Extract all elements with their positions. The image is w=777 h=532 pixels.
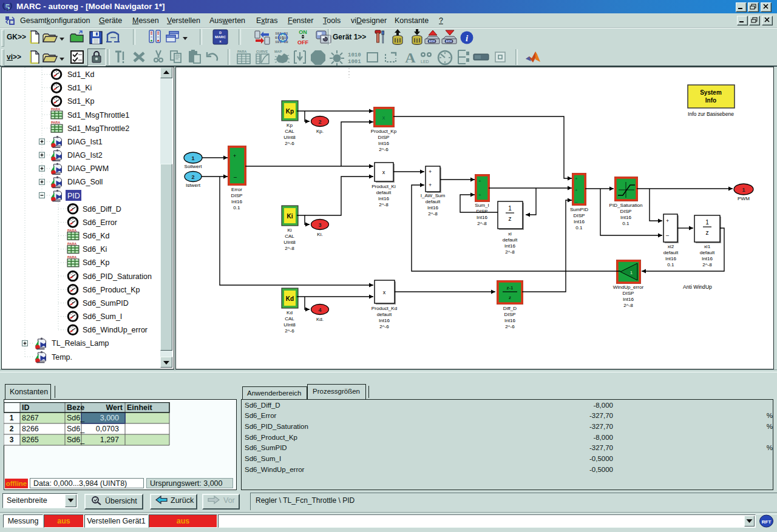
- svg-text:Sd1_MsgThrottle2: Sd1_MsgThrottle2: [67, 124, 129, 133]
- svg-text:Int16: Int16: [427, 205, 439, 210]
- svg-text:Sd6_Diff_D: Sd6_Diff_D: [245, 402, 280, 409]
- svg-text:MARC: MARC: [215, 35, 226, 39]
- svg-text:DIAG_Ist1: DIAG_Ist1: [67, 138, 103, 146]
- svg-text:Sd6_SumPID: Sd6_SumPID: [245, 444, 287, 451]
- svg-text:CAL: CAL: [285, 234, 294, 239]
- svg-text:2^-8: 2^-8: [428, 211, 438, 217]
- svg-text:%: %: [767, 423, 773, 430]
- svg-text:Sd1_MsgThrottle1: Sd1_MsgThrottle1: [67, 111, 129, 120]
- svg-text:Sd1_Kd: Sd1_Kd: [67, 70, 95, 79]
- svg-text:2^-8: 2^-8: [505, 249, 515, 255]
- svg-text:Product_Kp: Product_Kp: [371, 129, 397, 134]
- svg-text:Kp: Kp: [286, 108, 294, 115]
- svg-text:DISP: DISP: [504, 312, 516, 317]
- svg-text:Kd: Kd: [286, 295, 294, 302]
- svg-text:PARA: PARA: [67, 242, 76, 246]
- svg-text:-327,70: -327,70: [589, 444, 613, 451]
- svg-text:3: 3: [10, 436, 14, 444]
- svg-text:–: –: [234, 174, 237, 180]
- svg-text:LED: LED: [421, 59, 429, 64]
- svg-text:Sd6_Product_Kp: Sd6_Product_Kp: [83, 286, 140, 294]
- svg-text:4: 4: [318, 307, 321, 313]
- svg-text:Sd6_: Sd6_: [67, 425, 85, 433]
- svg-text:Sd6_Ki: Sd6_Ki: [83, 245, 107, 254]
- svg-text:Int16: Int16: [231, 199, 243, 204]
- svg-text:Info: Info: [705, 97, 716, 104]
- svg-text:PID_Saturation: PID_Saturation: [609, 203, 643, 208]
- svg-text:0,0703: 0,0703: [96, 425, 119, 433]
- svg-text:+: +: [575, 187, 578, 193]
- svg-text:3,000: 3,000: [100, 414, 119, 422]
- svg-text:DIAG_Ist2: DIAG_Ist2: [67, 151, 103, 160]
- svg-text:Int16: Int16: [378, 196, 390, 201]
- svg-text:+: +: [666, 218, 669, 224]
- svg-text:+: +: [233, 153, 236, 159]
- svg-text:Sd6_Sum_I: Sd6_Sum_I: [83, 312, 122, 321]
- svg-text:ECU: ECU: [429, 40, 435, 43]
- svg-text:ID: ID: [22, 403, 30, 412]
- svg-text:Wert: Wert: [106, 403, 123, 412]
- svg-text:Sd6_WindUp_error: Sd6_WindUp_error: [245, 466, 305, 473]
- svg-text:A: A: [405, 50, 416, 65]
- svg-text:System: System: [700, 89, 722, 96]
- svg-text:Int16: Int16: [702, 256, 713, 261]
- svg-text:xi2: xi2: [668, 244, 674, 249]
- svg-text:8267: 8267: [22, 414, 39, 422]
- svg-text:PARA: PARA: [51, 121, 60, 124]
- svg-text:1: 1: [630, 270, 633, 275]
- svg-text:UInt8: UInt8: [283, 135, 296, 140]
- svg-text:CAL: CAL: [285, 316, 294, 322]
- svg-text:Int16: Int16: [665, 256, 677, 261]
- svg-text:default: default: [377, 312, 392, 317]
- svg-text:2: 2: [10, 425, 14, 433]
- svg-text:Sd6_Error: Sd6_Error: [245, 412, 277, 419]
- svg-text:default: default: [426, 199, 441, 204]
- svg-text:MAP: MAP: [274, 50, 282, 53]
- svg-text:0.1: 0.1: [575, 225, 583, 231]
- svg-text:1,297: 1,297: [100, 436, 119, 444]
- svg-text:TL_Relais_Lamp: TL_Relais_Lamp: [52, 339, 109, 348]
- svg-text:1001: 1001: [348, 59, 361, 65]
- svg-text:Sum_I: Sum_I: [475, 203, 489, 208]
- svg-text:RFT: RFT: [762, 519, 772, 525]
- svg-text:Int16: Int16: [379, 318, 390, 323]
- svg-text:default: default: [663, 250, 679, 255]
- svg-text:Ki: Ki: [287, 227, 291, 233]
- svg-text:8266: 8266: [22, 425, 39, 433]
- svg-text:-0,5000: -0,5000: [589, 466, 613, 473]
- svg-text:Info zur Basisebene: Info zur Basisebene: [688, 111, 734, 117]
- svg-text:Int16: Int16: [574, 219, 585, 224]
- svg-text:PARA: PARA: [237, 50, 246, 53]
- svg-text:SumPID: SumPID: [570, 207, 588, 212]
- svg-text:DISP: DISP: [378, 135, 390, 140]
- svg-text:Sd6_Product_Kp: Sd6_Product_Kp: [245, 434, 297, 441]
- svg-text:Diff_D: Diff_D: [503, 306, 517, 311]
- svg-text:2^-8: 2^-8: [285, 246, 294, 251]
- svg-text:Temp.: Temp.: [52, 353, 72, 362]
- svg-text:1010: 1010: [348, 52, 361, 58]
- svg-text:-0,5000: -0,5000: [589, 455, 613, 462]
- svg-text:1: 1: [705, 219, 709, 226]
- svg-text:Int16: Int16: [477, 215, 488, 220]
- svg-text:ON: ON: [299, 29, 307, 35]
- svg-text:Istwert: Istwert: [186, 183, 201, 188]
- svg-text:default: default: [503, 237, 518, 243]
- svg-text:Einheit: Einheit: [127, 403, 153, 412]
- svg-text:z: z: [509, 295, 511, 300]
- svg-text:2: 2: [191, 174, 194, 180]
- svg-text:2^-8: 2^-8: [702, 262, 712, 268]
- svg-text:PARA: PARA: [67, 255, 76, 259]
- svg-text:ECU: ECU: [446, 40, 452, 43]
- svg-text:Product_Kd: Product_Kd: [372, 306, 397, 311]
- svg-text:2^-6: 2^-6: [285, 141, 294, 146]
- svg-text:OFF: OFF: [297, 39, 308, 45]
- svg-text:Int16: Int16: [623, 297, 634, 302]
- svg-text:default: default: [376, 190, 392, 195]
- svg-text:1: 1: [191, 155, 194, 161]
- svg-text:2: 2: [318, 119, 321, 125]
- svg-text:–: –: [575, 199, 578, 204]
- svg-text:DISP: DISP: [231, 193, 243, 198]
- svg-text:Sd6_Diff_D: Sd6_Diff_D: [83, 205, 121, 214]
- svg-text:-327,70: -327,70: [589, 423, 613, 430]
- svg-text:DISP: DISP: [623, 291, 634, 296]
